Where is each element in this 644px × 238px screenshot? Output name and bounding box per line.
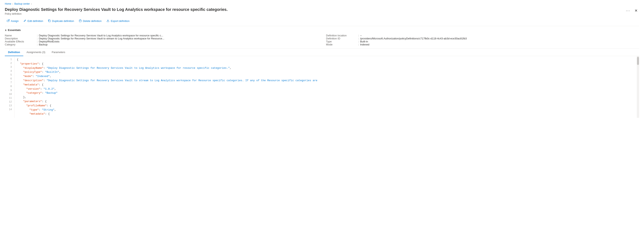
line-num-12: 12	[5, 100, 14, 104]
code-line-5: "mode": "Indexed",	[17, 74, 637, 79]
edit-icon	[24, 19, 26, 23]
essentials-value-type: Built-in	[360, 40, 368, 43]
line-num-5: 5	[5, 73, 14, 77]
essentials-header[interactable]: ∧ Essentials	[5, 29, 639, 32]
close-button[interactable]: ✕	[633, 8, 639, 14]
tab-assignments[interactable]: Assignments (3)	[23, 49, 48, 56]
essentials-label-description: Description	[5, 37, 37, 40]
breadcrumb-sep-2: ›	[31, 3, 32, 5]
essentials-value-effects: DeployIfNotExists	[39, 40, 60, 43]
essentials-row-def-id: Definition ID : /providers/Microsoft.Aut…	[326, 37, 639, 40]
essentials-label-effects: Available Effects	[5, 40, 37, 43]
line-num-9: 9	[5, 89, 14, 92]
code-line-3: "displayName": "Deploy Diagnostic Settin…	[17, 66, 637, 70]
essentials-label-name: Name	[5, 34, 37, 37]
essentials-row-effects: Available Effects : DeployIfNotExists	[5, 40, 318, 43]
code-content: 1 2 3 4 5 6 7 8 9 10 11 12 13 14 { "prop…	[5, 56, 639, 118]
delete-label: Delete definition	[83, 20, 102, 23]
essentials-row-name: Name : Deploy Diagnostic Settings for Re…	[5, 34, 318, 37]
export-label: Export definition	[111, 20, 130, 23]
tab-parameters[interactable]: Parameters	[48, 49, 68, 56]
essentials-value-name: Deploy Diagnostic Settings for Recovery …	[39, 34, 163, 37]
line-num-11: 11	[5, 96, 14, 100]
code-line-9: "category": "Backup"	[17, 91, 637, 95]
line-numbers: 1 2 3 4 5 6 7 8 9 10 11 12 13 14	[5, 56, 14, 118]
breadcrumb-sep-1: ›	[12, 3, 13, 5]
svg-rect-0	[7, 20, 9, 22]
essentials-row-def-location: Definition location : --	[326, 34, 639, 37]
edit-definition-button[interactable]: Edit definition	[22, 18, 45, 24]
svg-rect-1	[49, 20, 50, 22]
header-actions: ··· ✕	[625, 7, 639, 14]
line-num-10: 10	[5, 92, 14, 96]
essentials-label-category: Category	[5, 43, 37, 46]
edit-label: Edit definition	[28, 20, 43, 23]
page-title: Deploy Diagnostic Settings for Recovery …	[5, 7, 625, 12]
duplicate-definition-button[interactable]: Duplicate definition	[46, 18, 76, 24]
essentials-grid: Name : Deploy Diagnostic Settings for Re…	[5, 34, 639, 46]
duplicate-icon	[48, 19, 51, 23]
more-options-button[interactable]: ···	[625, 8, 631, 14]
scrollbar-thumb[interactable]	[637, 57, 639, 65]
essentials-chevron-icon: ∧	[5, 29, 6, 32]
breadcrumb: Home › Backup center ›	[5, 3, 639, 5]
export-definition-button[interactable]: Export definition	[104, 18, 132, 24]
page-container: Home › Backup center › Deploy Diagnostic…	[0, 0, 644, 118]
line-num-2: 2	[5, 62, 14, 65]
code-line-7: "metadata": {	[17, 83, 637, 87]
essentials-value-description: Deploy Diagnostic Settings for Recovery …	[39, 37, 164, 40]
essentials-value-def-location: --	[360, 34, 362, 37]
duplicate-label: Duplicate definition	[52, 20, 74, 23]
essentials-row-description: Description : Deploy Diagnostic Settings…	[5, 37, 318, 40]
code-line-6: "description": "Deploy Diagnostic Settin…	[17, 79, 637, 83]
essentials-right-column: Definition location : -- Definition ID :…	[326, 34, 639, 46]
code-line-12: "profileName": {	[17, 104, 637, 108]
line-num-8: 8	[5, 85, 14, 88]
assign-label: Assign	[11, 20, 19, 23]
page-subtitle: Policy definition	[5, 13, 625, 15]
code-lines[interactable]: { "properties": { "displayName": "Deploy…	[14, 56, 639, 118]
line-num-3: 3	[5, 65, 14, 69]
essentials-label: Essentials	[8, 29, 21, 32]
essentials-label-type: Type	[326, 40, 358, 43]
essentials-value-mode: Indexed	[360, 43, 369, 46]
code-line-2: "properties": {	[17, 62, 637, 66]
delete-icon	[79, 19, 82, 23]
essentials-row-mode: Mode : Indexed	[326, 43, 639, 46]
code-line-4: "policyType": "BuiltIn",	[17, 70, 637, 74]
page-header: Deploy Diagnostic Settings for Recovery …	[5, 7, 639, 15]
essentials-left-column: Name : Deploy Diagnostic Settings for Re…	[5, 34, 318, 46]
code-line-1: {	[17, 58, 637, 62]
essentials-row-category: Category : Backup	[5, 43, 318, 46]
line-num-13: 13	[5, 104, 14, 108]
assign-button[interactable]: Assign	[5, 18, 21, 24]
code-line-8: "version": "1.0.2",	[17, 87, 637, 91]
scrollbar-track[interactable]	[637, 56, 639, 118]
line-num-7: 7	[5, 81, 14, 85]
essentials-label-def-id: Definition ID	[326, 37, 358, 40]
breadcrumb-backup-center[interactable]: Backup center	[14, 3, 30, 5]
essentials-label-def-location: Definition location	[326, 34, 358, 37]
breadcrumb-home[interactable]: Home	[5, 3, 11, 5]
line-num-6: 6	[5, 77, 14, 81]
line-num-14: 14	[5, 108, 14, 111]
line-num-1: 1	[5, 58, 14, 62]
essentials-section: ∧ Essentials Name : Deploy Diagnostic Se…	[5, 26, 639, 49]
toolbar: Assign Edit definition Duplicate definit…	[5, 16, 639, 26]
code-editor: 1 2 3 4 5 6 7 8 9 10 11 12 13 14 { "prop…	[5, 56, 639, 118]
code-line-14: "metadata": {	[17, 112, 637, 116]
delete-definition-button[interactable]: Delete definition	[77, 18, 104, 24]
svg-rect-2	[79, 20, 81, 22]
line-num-4: 4	[5, 69, 14, 73]
tab-definition[interactable]: Definition	[5, 49, 23, 56]
code-line-10: },	[17, 95, 637, 99]
code-line-13: "type": "String",	[17, 108, 637, 112]
assign-icon	[7, 19, 10, 23]
export-icon	[106, 19, 110, 23]
code-line-11: "parameters": {	[17, 99, 637, 104]
essentials-label-mode: Mode	[326, 43, 358, 46]
tabs-bar: Definition Assignments (3) Parameters	[5, 49, 639, 56]
page-title-area: Deploy Diagnostic Settings for Recovery …	[5, 7, 625, 15]
essentials-value-def-id: /providers/Microsoft.Authorization/polic…	[360, 37, 467, 40]
essentials-value-category: Backup	[39, 43, 48, 46]
